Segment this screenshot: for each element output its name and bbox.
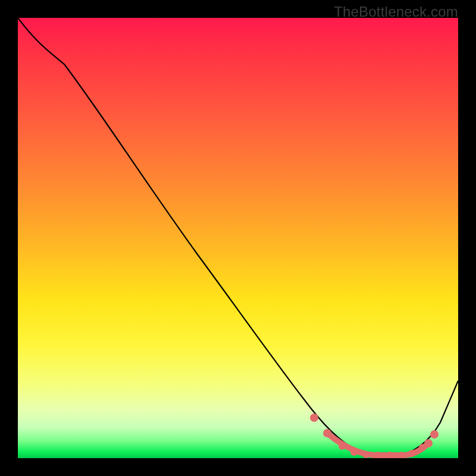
- marker-dot: [323, 429, 331, 437]
- marker-dot: [430, 430, 439, 439]
- marker-dot: [408, 450, 415, 457]
- marker-dot: [310, 414, 318, 422]
- marker-dot: [339, 443, 346, 450]
- curve-svg: [18, 18, 458, 458]
- plot-area: [18, 18, 458, 458]
- chart-frame: TheBottleneck.com: [0, 0, 476, 476]
- marker-dot: [350, 449, 358, 456]
- marker-dot: [362, 451, 369, 458]
- marker-dot: [424, 439, 433, 447]
- bottleneck-curve-line: [18, 18, 458, 455]
